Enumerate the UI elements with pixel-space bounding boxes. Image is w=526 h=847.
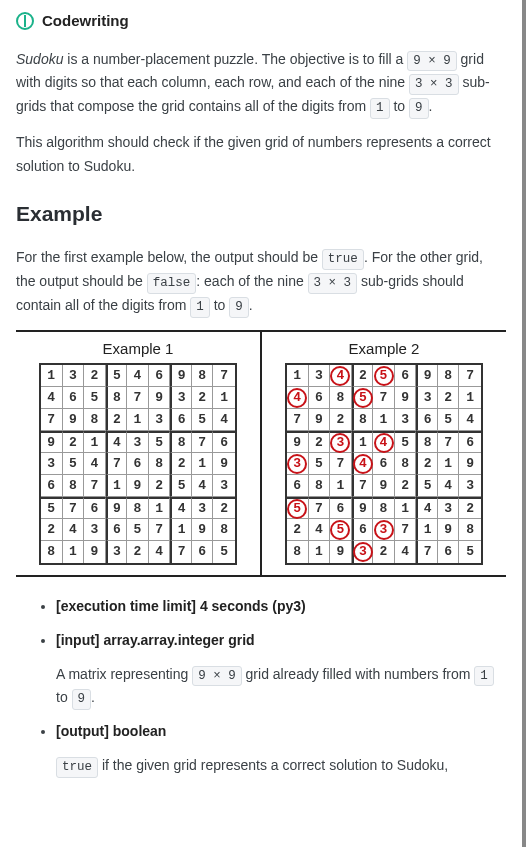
sudoku-cell: 9 [63,409,85,431]
sudoku-cell: 7 [170,541,192,563]
sudoku-cell: 6 [287,475,309,497]
true-code: true [56,757,98,778]
sudoku-cell: 4 [395,541,417,563]
one-code: 1 [190,297,210,318]
sudoku-cell: 9 [373,475,395,497]
sudoku-cell: 5 [459,541,481,563]
spec-list: [execution time limit] 4 seconds (py3) [… [16,595,506,778]
sudoku-row: 819324765 [41,541,235,563]
sudoku-row: 576981432 [287,497,481,519]
sudoku-cell: 5 [192,409,214,431]
sudoku-cell: 4 [330,365,352,387]
sudoku-cell: 6 [41,475,63,497]
sudoku-cell: 8 [84,409,106,431]
sudoku-cell: 2 [395,475,417,497]
sudoku-cell: 7 [395,519,417,541]
sudoku-cell: 1 [127,409,149,431]
sudoku-cell: 7 [309,497,331,519]
sudoku-cell: 1 [373,409,395,431]
sudoku-cell: 9 [84,541,106,563]
sudoku-cell: 1 [395,497,417,519]
sudoku-cell: 2 [41,519,63,541]
one-code: 1 [474,666,494,687]
sudoku-cell: 2 [416,453,438,475]
sudoku-cell: 9 [41,431,63,453]
sudoku-cell: 6 [416,409,438,431]
sudoku-cell: 4 [352,453,374,475]
sudoku-grid-1: 1325469874658793217982136549214358763547… [39,363,237,565]
sudoku-row: 798213654 [41,409,235,431]
section-title: Codewriting [42,8,129,34]
section-header: Codewriting [16,8,506,34]
sudoku-cell: 2 [84,365,106,387]
subgrid-dim-code: 3 × 3 [308,273,358,294]
sudoku-cell: 6 [127,453,149,475]
sudoku-cell: 9 [170,365,192,387]
sudoku-cell: 8 [213,519,235,541]
sudoku-cell: 3 [330,431,352,453]
sudoku-cell: 3 [395,409,417,431]
sudoku-cell: 1 [192,453,214,475]
sudoku-cell: 8 [127,497,149,519]
sudoku-cell: 3 [459,475,481,497]
sudoku-row: 243657198 [41,519,235,541]
sudoku-row: 923145876 [287,431,481,453]
sudoku-cell: 6 [459,431,481,453]
sudoku-grid-2: 1342569874685793217928136549231458763574… [285,363,483,565]
sudoku-cell: 5 [352,387,374,409]
codewriting-icon [16,12,34,30]
sudoku-cell: 6 [352,519,374,541]
sudoku-cell: 3 [127,431,149,453]
sudoku-cell: 2 [309,431,331,453]
sudoku-cell: 1 [352,431,374,453]
nine-code: 9 [229,297,249,318]
sudoku-cell: 5 [127,519,149,541]
sudoku-cell: 1 [170,519,192,541]
sudoku-cell: 5 [63,453,85,475]
sudoku-cell: 6 [192,541,214,563]
sudoku-cell: 9 [395,387,417,409]
sudoku-cell: 3 [106,541,128,563]
spec-output: [output] boolean true if the given grid … [56,720,506,778]
sudoku-cell: 4 [213,409,235,431]
sudoku-cell: 5 [287,497,309,519]
sudoku-cell: 3 [309,365,331,387]
sudoku-row: 357468219 [287,453,481,475]
sudoku-cell: 8 [106,387,128,409]
sudoku-cell: 2 [127,541,149,563]
sudoku-cell: 6 [213,431,235,453]
sudoku-cell: 5 [395,431,417,453]
sudoku-cell: 7 [352,475,374,497]
sudoku-cell: 1 [459,387,481,409]
spec-input-desc: A matrix representing 9 × 9 grid already… [56,663,506,711]
sudoku-cell: 6 [84,497,106,519]
sudoku-cell: 2 [63,431,85,453]
sudoku-cell: 1 [41,365,63,387]
sudoku-cell: 2 [213,497,235,519]
sudoku-row: 134256987 [287,365,481,387]
sudoku-cell: 3 [213,475,235,497]
sudoku-cell: 2 [438,387,460,409]
sudoku-cell: 8 [395,453,417,475]
sudoku-cell: 3 [149,409,171,431]
sudoku-row: 819324765 [287,541,481,563]
sudoku-cell: 8 [309,475,331,497]
sudoku-cell: 8 [416,431,438,453]
example-1-column: Example 1 132546987465879321798213654921… [16,332,262,576]
sudoku-cell: 9 [309,409,331,431]
false-code: false [147,273,197,294]
sudoku-cell: 4 [192,475,214,497]
sudoku-cell: 5 [438,409,460,431]
sudoku-cell: 8 [63,475,85,497]
sudoku-row: 245637198 [287,519,481,541]
sudoku-cell: 2 [373,541,395,563]
sudoku-cell: 3 [63,365,85,387]
sudoku-cell: 7 [373,387,395,409]
spec-input: [input] array.array.integer grid A matri… [56,629,506,710]
sudoku-cell: 6 [330,497,352,519]
sudoku-cell: 8 [149,453,171,475]
sudoku-cell: 1 [63,541,85,563]
sudoku-cell: 2 [149,475,171,497]
sudoku-cell: 2 [192,387,214,409]
sudoku-row: 921435876 [41,431,235,453]
